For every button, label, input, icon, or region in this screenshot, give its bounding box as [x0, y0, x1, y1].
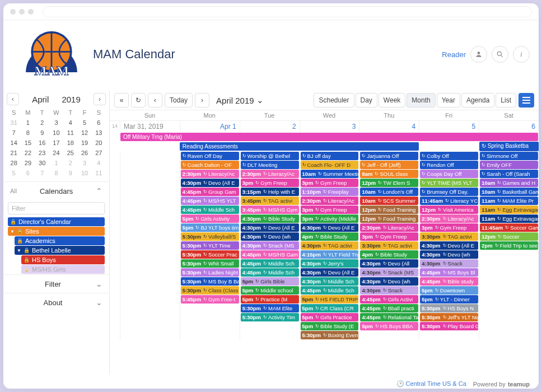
event[interactable]: 5pm↻ BJ YLT boys tim — [181, 223, 239, 232]
event[interactable]: 3:45pm↻ MS/HS Gym — [241, 206, 299, 214]
mini-day[interactable]: 8 — [49, 168, 63, 178]
event[interactable]: 3pm↻ Gym Freep — [301, 206, 359, 214]
mini-day[interactable]: 24 — [49, 148, 63, 158]
event[interactable]: ↻ Coach Dalton - OF — [181, 161, 239, 169]
mini-day[interactable]: 2 — [35, 118, 49, 128]
event[interactable]: 2:30pm↻ Literacy/Ac — [181, 170, 239, 178]
mini-day[interactable]: 3 — [77, 158, 91, 168]
event[interactable]: 4:30pm↻ Snack — [420, 259, 478, 268]
mini-day[interactable]: 9 — [35, 128, 49, 138]
calendar-filter-input[interactable]: Filter — [8, 202, 105, 214]
event[interactable]: 5pm↻ Middle school — [241, 286, 299, 295]
reader-link[interactable]: Reader — [442, 50, 466, 59]
user-icon[interactable] — [470, 46, 487, 63]
event[interactable]: 5:30pm↻ Jeff's YLT Nig — [420, 313, 478, 321]
event[interactable]: ↻ Colby Off — [420, 152, 478, 160]
date-cell[interactable]: 6 — [479, 121, 539, 132]
view-month[interactable]: Month — [406, 93, 435, 108]
event[interactable]: 12pm↻ Food Training — [360, 206, 418, 214]
event[interactable]: 4:45pm↻ Middle Sch — [181, 206, 239, 214]
mini-day[interactable]: 1 — [21, 118, 35, 128]
event[interactable]: ↻ Sarah - Off (Sarah — [480, 170, 538, 178]
mini-day[interactable]: 20 — [92, 138, 106, 148]
calendars-section[interactable]: All Calendars ⌃ — [3, 181, 109, 200]
event[interactable]: 5:30pm↻ YLT Time — [181, 241, 239, 250]
mini-day[interactable]: 14 — [7, 138, 21, 148]
event[interactable]: ↻ Raven Off Day — [181, 152, 239, 160]
view-scheduler[interactable]: Scheduler — [314, 93, 354, 108]
event[interactable]: 4pm↻ Bible Study — [301, 232, 359, 241]
event[interactable]: 4:30pm↻ Devo (All E — [301, 268, 359, 277]
event[interactable]: 2:30pm↻ Literacy/Ac — [420, 214, 478, 223]
prev-button[interactable]: ‹ — [148, 93, 162, 108]
date-cell[interactable]: 4 — [359, 121, 419, 132]
event[interactable]: 5:30pm↻ HS Boys N — [420, 304, 478, 312]
event[interactable]: ↻ Rendon Off — [420, 161, 478, 169]
mini-day[interactable]: 12 — [77, 128, 91, 138]
date-cell[interactable]: 2 — [240, 121, 300, 132]
event[interactable]: ↻ Jeff - Off (Jeff) — [360, 161, 418, 169]
event[interactable]: 12pm↻ TW Elem S — [360, 179, 418, 187]
event[interactable]: 4:45pm↻ Middle Sch — [241, 268, 299, 277]
mini-day[interactable]: 7 — [7, 128, 21, 138]
calendar-item[interactable]: ▼🔒Bethel Labelle — [15, 246, 105, 255]
event[interactable]: 5:30pm↻ Class (Class — [181, 286, 239, 295]
event[interactable]: ↻ YLT TIME (MS YLT — [420, 179, 478, 187]
mini-day[interactable]: 6 — [92, 118, 106, 128]
mini-day[interactable]: 7 — [35, 168, 49, 178]
mini-day[interactable]: 18 — [63, 138, 77, 148]
event[interactable]: 4:30pm↻ Devo (All — [360, 259, 418, 268]
event[interactable]: 4:45pm↻ Middle Sch — [241, 259, 299, 268]
event[interactable]: 12pm↻ Visit America — [420, 206, 478, 214]
event[interactable]: 4:30pm↻ Devo (All E — [181, 179, 239, 187]
url-bar[interactable] — [43, 6, 532, 17]
event[interactable]: 4:30pm↻ Devo (All E — [301, 223, 359, 232]
event[interactable]: 4:30pm↻ Devo (All E — [420, 241, 478, 250]
event[interactable]: 5pm↻ Girls Activity — [181, 214, 239, 223]
allday-event[interactable]: ↻ Spring Basketba — [479, 142, 539, 151]
event[interactable]: 4:30pm↻ Devo (All E — [241, 223, 299, 232]
event[interactable]: 4:45pm↻ MS/HS Gam — [241, 250, 299, 259]
event[interactable]: 10am↻ SCS Summer — [360, 197, 418, 205]
event[interactable]: 4:30pm↻ Devo (wh — [241, 232, 299, 241]
event[interactable]: 5pm↻ Bible Study (E — [301, 322, 359, 330]
event[interactable]: 4:30pm↻ Bible Study — [241, 214, 299, 223]
day-column-tue[interactable]: ↻ Worship @ Bethel↻ DLT Meeting2:30pm↻ L… — [240, 151, 300, 340]
event[interactable]: 2:30pm↻ Literacy/Ac — [241, 170, 299, 178]
mini-day[interactable]: 23 — [35, 148, 49, 158]
event[interactable]: 3pm↻ Gym Freep — [420, 223, 478, 232]
event[interactable]: 5pm↻ Girls Bible — [241, 277, 299, 286]
event[interactable]: ↻ Worship @ Bethel — [241, 152, 299, 160]
about-section[interactable]: About⌄ — [3, 293, 109, 311]
event[interactable]: 4:45pm↻ Girls Activi — [360, 295, 418, 304]
event[interactable]: 5pm↻ CR Class (CR — [301, 304, 359, 312]
mini-day[interactable]: 4 — [63, 118, 77, 128]
mini-day[interactable]: 1 — [49, 158, 63, 168]
event[interactable]: 3pm↻ Gym Freep — [360, 232, 418, 241]
event[interactable]: 4:45pm↻ Bible study — [420, 277, 478, 286]
event[interactable]: ↻ Coach Flo- OFF D — [301, 161, 359, 169]
filter-section[interactable]: Filter⌄ — [3, 274, 109, 293]
mini-day[interactable]: 27 — [92, 148, 106, 158]
event[interactable]: 3pm↻ Gym Freep — [241, 179, 299, 187]
event[interactable]: 5:30pm↻ Boxing Event — [301, 331, 359, 339]
event[interactable]: 10am↻ London's Off — [360, 188, 418, 196]
calendar-item[interactable]: 🔒Academics — [15, 236, 105, 245]
mini-day[interactable]: 19 — [77, 138, 91, 148]
event[interactable]: 11am↻ MAM Elite Pr — [480, 197, 538, 205]
event[interactable]: 5pm↻ HS FIELD TRIP — [301, 295, 359, 304]
event[interactable]: 12pm↻ Food Training — [360, 214, 418, 223]
timezone-link[interactable]: Central Time US & Ca — [406, 380, 466, 387]
event[interactable]: 11am↻ Egg Extravagan — [480, 206, 538, 214]
event[interactable]: ↻ Emily OFF — [480, 161, 538, 169]
event[interactable]: 5:30pm↻ Soccer Prac — [181, 250, 239, 259]
calendar-item[interactable]: 🔒MS/HS Girls — [21, 265, 105, 274]
mini-day[interactable]: 11 — [92, 168, 106, 178]
mini-day[interactable]: 22 — [21, 148, 35, 158]
view-day[interactable]: Day — [356, 93, 377, 108]
mini-day[interactable]: 16 — [35, 138, 49, 148]
event[interactable]: 4:45pm↻ Group Gam — [181, 188, 239, 196]
event[interactable]: 3pm↻ Activity (Middle — [301, 214, 359, 223]
mini-day[interactable]: 29 — [21, 158, 35, 168]
event[interactable]: 3:30pm↻ TAG activi — [420, 232, 478, 241]
